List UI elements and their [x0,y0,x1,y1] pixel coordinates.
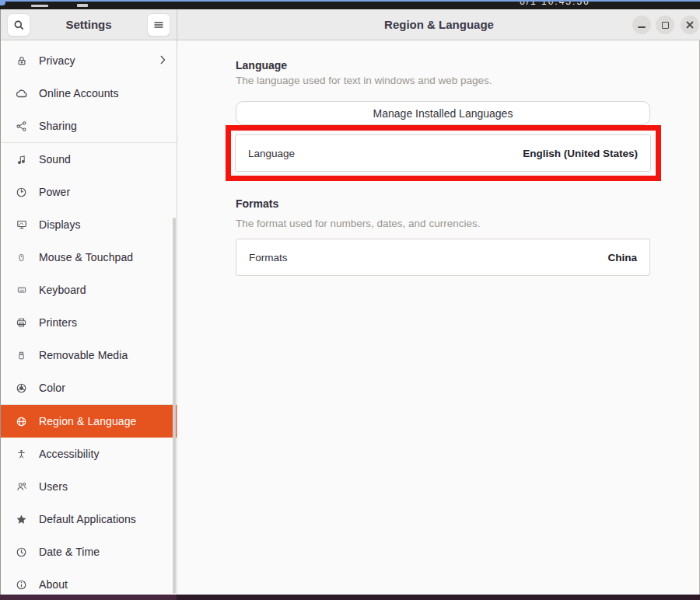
sidebar-item-date-time[interactable]: Date & Time [1,535,177,568]
sidebar-item-label: Users [39,480,68,493]
sidebar-item-label: Privacy [39,54,75,67]
close-button[interactable] [681,16,699,34]
maximize-button[interactable] [656,16,674,34]
sidebar-item-label: Printers [39,316,77,329]
keyboard-icon [15,284,28,296]
sidebar-item-power[interactable]: Power [1,176,177,208]
maximize-icon [662,22,669,29]
sidebar-item-sound[interactable]: Sound [1,143,177,176]
sidebar-scrollbar[interactable] [173,218,176,594]
panel-left-fragment [0,0,5,5]
sidebar-item-printers[interactable]: Printers [1,306,177,339]
language-row-value: English (United States) [523,148,638,159]
lock-icon [15,54,28,67]
formats-row-value: China [607,252,637,263]
sidebar-item-label: Default Applications [39,513,136,525]
sidebar-item-removable-media[interactable]: Removable Media [1,339,177,372]
desktop-bottom-edge [0,595,700,600]
power-icon [15,186,28,198]
sidebar-item-label: Keyboard [39,284,86,296]
desktop-top-panel: 6/1 10:45:56 [0,0,700,9]
display-icon [15,218,28,231]
region-language-panel: Language The language used for text in w… [178,40,699,595]
minimize-icon [638,26,646,28]
red-annotation-rectangle: Language English (United States) [226,125,661,181]
formats-row[interactable]: Formats China [236,239,650,276]
users-icon [15,480,28,493]
formats-row-label: Formats [249,252,288,263]
sidebar-item-sharing[interactable]: Sharing [1,110,177,142]
sidebar-item-label: Mouse & Touchpad [39,251,133,263]
panel-text-fragment [31,5,48,7]
globe-icon [15,415,28,427]
settings-window: Settings Region & Language [0,9,700,595]
menu-button[interactable] [147,13,170,37]
headerbar-right: Region & Language [178,9,700,40]
sidebar-item-label: Displays [39,218,81,231]
sidebar-item-label: About [39,578,68,591]
sidebar-item-default-applications[interactable]: Default Applications [1,503,177,535]
bottom-edge-left [0,595,177,600]
headerbar: Settings Region & Language [1,9,700,40]
sidebar-item-label: Sharing [39,120,77,132]
music-note-icon [15,153,28,166]
color-wheel-icon [15,382,28,394]
sidebar-item-displays[interactable]: Displays [1,208,177,241]
sidebar-item-region-language[interactable]: Region & Language [1,405,177,438]
sidebar-item-label: Date & Time [39,546,100,558]
cloud-icon [15,87,28,99]
sidebar-item-color[interactable]: Color [1,372,177,404]
language-section-description: The language used for text in windows an… [236,75,492,86]
accessibility-icon [15,448,28,460]
mouse-icon [15,251,28,263]
close-icon [685,20,695,30]
sidebar: Privacy Online Accounts Sharing [1,40,177,595]
sidebar-item-label: Removable Media [39,349,128,361]
panel-text-fragment [77,4,88,7]
formats-section-heading: Formats [236,197,278,210]
sidebar-item-keyboard[interactable]: Keyboard [1,274,177,306]
share-icon [15,120,28,132]
language-row-label: Language [248,148,295,159]
manage-installed-languages-button[interactable]: Manage Installed Languages [236,101,650,125]
sidebar-item-label: Power [39,186,70,198]
sidebar-item-label: Accessibility [39,448,100,460]
sidebar-item-users[interactable]: Users [1,470,177,503]
sidebar-item-about[interactable]: About [1,568,177,595]
minimize-button[interactable] [632,16,651,34]
page-title: Region & Language [178,9,700,40]
language-row[interactable]: Language English (United States) [235,134,651,172]
headerbar-left: Settings [1,9,177,40]
sidebar-item-accessibility[interactable]: Accessibility [1,438,177,470]
sidebar-item-privacy[interactable]: Privacy [1,44,177,77]
star-icon [15,513,28,525]
printer-icon [15,316,28,329]
chevron-right-icon [159,54,166,65]
sidebar-item-label: Color [39,382,65,394]
info-icon [15,578,28,591]
usb-drive-icon [15,349,28,361]
hamburger-icon [153,20,164,30]
sidebar-item-label: Region & Language [39,415,136,427]
sidebar-item-mouse-touchpad[interactable]: Mouse & Touchpad [1,241,177,274]
clock-icon [15,546,28,558]
language-section-heading: Language [236,59,287,72]
bottom-edge-right [177,595,700,600]
sidebar-item-online-accounts[interactable]: Online Accounts [1,77,177,110]
sidebar-item-label: Sound [39,153,71,166]
formats-section-description: The format used for numbers, dates, and … [236,218,480,229]
sidebar-item-label: Online Accounts [39,87,119,99]
panel-clock-fragment: 6/1 10:45:56 [520,2,621,9]
